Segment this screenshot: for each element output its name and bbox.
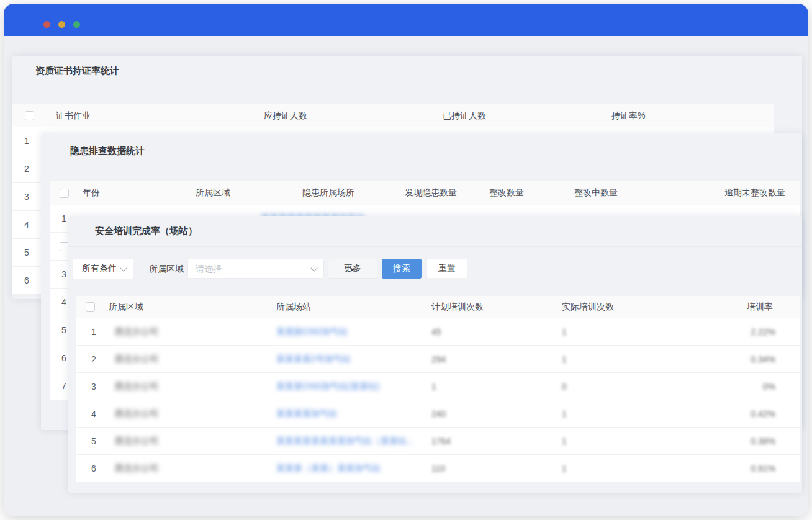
region-select-input[interactable] [187,259,324,279]
column-header-region: 所属区域 [109,302,143,313]
table-row: 1 西北分公司 某某路CNG加气站 45 1 2.22% [76,318,800,346]
condition-dropdown[interactable]: 所有条件 [73,259,133,279]
station-link[interactable]: 某某某某某某某某加气站（某某站... [276,436,414,447]
column-header-station: 所属场站 [276,302,311,313]
column-header-rate: 持证率% [611,110,645,122]
table-row: 6 [12,267,41,295]
planned-cell: 294 [431,354,446,364]
panel-training-stats: 安全培训完成率（场站） 所有条件 所属区域 更多 ▸ 搜索 重置 所属区域 所属… [68,216,802,493]
actual-cell: 0 [562,382,567,392]
chevron-down-icon [120,264,127,271]
table-row: 1 [12,127,41,155]
rate-cell: 2.22% [751,327,775,337]
caret-right-icon: ▸ [351,266,354,272]
rate-cell: 0.38% [751,436,775,446]
planned-cell: 45 [431,327,441,337]
column-header-rectifying: 整改中数量 [574,187,618,199]
window-titlebar [4,4,808,36]
planned-cell: 1 [431,382,436,392]
certificate-table-header: 证书作业 应持证人数 已持证人数 持证率% [12,104,774,127]
region-cell: 西北分公司 [115,326,158,338]
column-header-overdue: 逾期未整改数量 [724,187,785,199]
column-header-place: 隐患所属场所 [302,187,354,199]
panel-title: 安全培训完成率（场站） [95,225,197,237]
column-header-job: 证书作业 [56,110,91,122]
actual-cell: 1 [562,464,567,473]
planned-cell: 1764 [431,436,451,446]
region-filter-label: 所属区域 [149,264,184,275]
station-link[interactable]: 某某某（某某）某某加气站 [276,463,381,474]
window-maximize-button[interactable] [73,21,80,28]
region-cell: 西北分公司 [115,354,158,365]
station-link[interactable]: 某某某CNG加气站(某某站) [276,381,379,392]
station-link[interactable]: 某某某某2号加气站 [276,354,351,365]
select-all-checkbox[interactable] [60,189,69,198]
table-row: 6 西北分公司 某某某（某某）某某加气站 110 1 0.91% [76,455,800,482]
rate-cell: 0.91% [751,464,775,473]
rate-cell: 0.34% [751,354,775,364]
actual-cell: 1 [562,409,567,419]
column-header-planned: 计划培训次数 [431,302,484,313]
column-header-rate: 培训率 [747,302,773,313]
actual-cell: 1 [562,327,567,337]
table-row: 2 [12,155,41,183]
rate-cell: 0% [763,382,775,392]
table-row: 3 [12,183,41,211]
row-checkbox[interactable] [60,242,69,251]
reset-button[interactable]: 重置 [426,259,467,279]
app-window: 资质证书持证率统计 证书作业 应持证人数 已持证人数 持证率% 1 2 3 4 … [4,4,808,516]
actual-cell: 1 [562,436,567,446]
window-minimize-button[interactable] [58,21,65,28]
planned-cell: 110 [431,464,445,473]
window-close-button[interactable] [43,21,50,28]
table-row: 3 西北分公司 某某某CNG加气站(某某站) 1 0 0% [76,373,800,400]
station-link[interactable]: 某某某某加气站 [276,408,337,419]
more-filters-button[interactable]: 更多 ▸ [328,259,377,279]
rate-cell: 0.42% [751,409,775,419]
certificate-row-number-column: 1 2 3 4 5 6 [12,127,41,295]
panel-title: 隐患排查数据统计 [70,145,145,157]
region-cell: 西北分公司 [115,408,158,419]
table-row: 5 西北分公司 某某某某某某某某加气站（某某站... 1764 1 0.38% [76,428,800,455]
planned-cell: 240 [431,409,446,419]
column-header-rectified: 整改数量 [489,187,524,199]
region-cell: 西北分公司 [115,381,158,392]
table-row: 4 [12,211,41,239]
hazard-table-header: 年份 所属区域 隐患所属场所 发现隐患数量 整改数量 整改中数量 逾期未整改数量 [50,181,800,205]
column-header-actual: 实际培训次数 [562,302,614,313]
table-row: 5 [12,239,41,267]
region-cell: 西北分公司 [115,463,158,474]
select-all-checkbox[interactable] [25,111,34,120]
station-link[interactable]: 某某路CNG加气站 [276,326,348,338]
training-table-header: 所属区域 所属场站 计划培训次数 实际培训次数 培训率 [76,296,800,318]
divider [68,246,802,247]
column-header-held: 已持证人数 [443,110,486,122]
table-row: 2 西北分公司 某某某某2号加气站 294 1 0.34% [76,346,800,373]
panel-title: 资质证书持证率统计 [35,65,119,77]
region-cell: 西北分公司 [115,436,158,447]
column-header-required: 应持证人数 [264,110,307,122]
actual-cell: 1 [562,354,567,364]
column-header-region: 所属区域 [196,187,230,199]
column-header-found: 发现隐患数量 [405,187,457,199]
training-table-body: 1 西北分公司 某某路CNG加气站 45 1 2.22% 2 西北分公司 某某某… [76,318,800,482]
region-select[interactable] [187,259,324,279]
select-all-checkbox[interactable] [86,302,95,312]
search-button[interactable]: 搜索 [382,259,422,279]
table-row: 4 西北分公司 某某某某加气站 240 1 0.42% [76,400,800,428]
column-header-year: 年份 [83,187,100,199]
